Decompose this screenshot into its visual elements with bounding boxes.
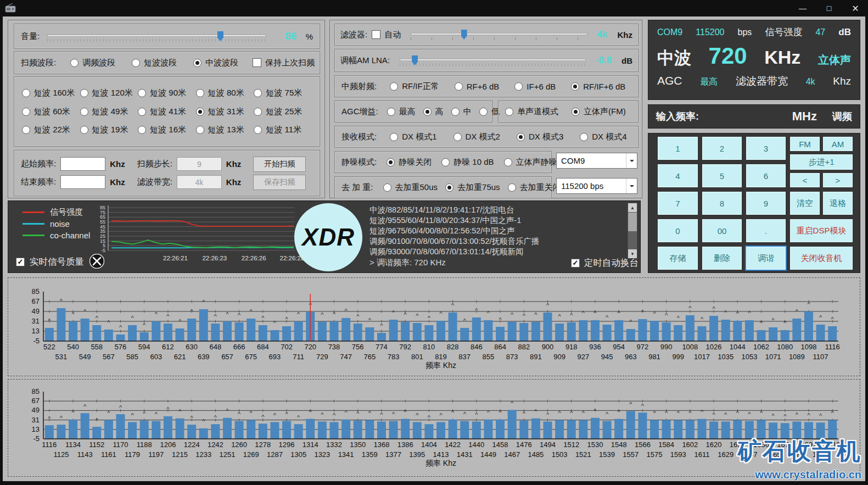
scan-band-option-1[interactable]: 调频波段: [70, 58, 115, 68]
svg-text:^: ^: [178, 318, 182, 325]
key-store[interactable]: 存储: [658, 247, 698, 270]
key-00[interactable]: 00: [702, 219, 742, 242]
station-list-scrollbar[interactable]: ▲ ▼: [628, 203, 637, 259]
station-list-item[interactable]: 短波/9555/60/4/11/8/0/20:34:37/中国之声-1: [369, 215, 540, 226]
if-rf-option-3[interactable]: IF+6 dB: [514, 81, 556, 92]
key-3[interactable]: 3: [746, 137, 786, 160]
key-backspace[interactable]: 退格: [823, 192, 853, 215]
sw-band-option-5[interactable]: 短波 75米: [254, 88, 312, 98]
save-scan-button[interactable]: 保存扫频: [253, 175, 306, 190]
scroll-up-icon[interactable]: ▲: [628, 203, 637, 212]
station-list-item[interactable]: 调频/93000/70/8/00/67/0/13:01:14/抚顺新闻: [369, 247, 540, 257]
key-tune[interactable]: 调谐: [746, 247, 786, 270]
agc-gain-option-2[interactable]: 高: [423, 107, 444, 117]
minimize-button[interactable]: —: [790, 0, 815, 16]
rx-mode-option-3[interactable]: DX 模式3: [517, 132, 563, 142]
scan-band-option-2[interactable]: 短波波段: [132, 58, 177, 68]
sw-band-option-15[interactable]: 短波 11米: [254, 125, 312, 135]
svg-text:^: ^: [677, 315, 680, 321]
key-am[interactable]: AM: [823, 137, 853, 151]
svg-text:837: 837: [458, 353, 471, 361]
maximize-button[interactable]: □: [816, 0, 842, 16]
agc-gain-option-4[interactable]: 低: [479, 107, 500, 117]
baud-rate-select[interactable]: 115200 bps: [556, 178, 637, 194]
key-9[interactable]: 9: [746, 192, 786, 215]
spectrum-chart-upper[interactable]: 8567493113-5^1116^1125^1134^1143^1152^11…: [8, 380, 860, 476]
deemphasis-option-2[interactable]: 去加重75us: [445, 182, 500, 193]
keep-last-scan-checkbox[interactable]: 保持上次扫频: [253, 58, 315, 68]
sw-band-option-2[interactable]: 短波 120米: [80, 88, 138, 98]
deemphasis-option-1[interactable]: 去加重50us: [383, 182, 438, 193]
agc-gain-option-3[interactable]: 中: [451, 107, 472, 117]
key-delete[interactable]: 删除: [702, 247, 742, 270]
sw-band-option-1[interactable]: 短波 160米: [22, 88, 80, 98]
station-list-item[interactable]: 调频/90100/70/8/00/67/0/13:00:52/抚顺音乐广播: [369, 236, 540, 247]
key-0[interactable]: 0: [658, 219, 698, 242]
key-4[interactable]: 4: [658, 164, 698, 187]
station-list-item[interactable]: 短波/9675/60/4/00/8/0/12:56:52/中国之声: [369, 226, 540, 236]
squelch-option-1[interactable]: 静噪关闭: [387, 157, 432, 168]
sw-band-option-4[interactable]: 短波 80米: [196, 88, 254, 98]
am-lna-slider[interactable]: [400, 54, 586, 66]
scan-band-option-3[interactable]: 中波波段: [193, 58, 238, 68]
if-rf-option-2[interactable]: RF+6 dB: [455, 81, 500, 92]
if-rf-option-4[interactable]: RF/IF+6 dB: [571, 81, 625, 92]
key-fm[interactable]: FM: [790, 137, 820, 151]
realtime-quality-checkbox[interactable]: ✓实时信号质量: [16, 256, 84, 268]
key-5[interactable]: 5: [702, 164, 742, 187]
sw-band-option-8[interactable]: 短波 41米: [138, 107, 196, 117]
audio-mode-option-1[interactable]: 单声道模式: [505, 107, 558, 117]
key-power-off[interactable]: 关闭收音机: [790, 247, 853, 270]
close-button[interactable]: ✕: [843, 0, 868, 16]
filter-slider[interactable]: [411, 29, 587, 41]
key-step-plus1[interactable]: 步进+1: [790, 154, 853, 170]
sw-band-option-7[interactable]: 短波 49米: [80, 107, 138, 117]
start-scan-button[interactable]: 开始扫频: [253, 157, 306, 172]
squelch-option-2[interactable]: 静噪 10 dB: [441, 157, 494, 168]
agc-gain-option-1[interactable]: 最高: [387, 107, 416, 117]
dropdown-arrow-icon[interactable]: [626, 179, 637, 193]
station-list-item[interactable]: 中波/882/85/14/11/8/2/19:41:17/沈阳电台: [369, 205, 540, 215]
key-dot[interactable]: .: [746, 219, 786, 242]
key-prev[interactable]: <: [790, 173, 820, 187]
legend-swatch-icon: [23, 223, 44, 225]
com-port-select[interactable]: COM9: [556, 153, 637, 169]
key-clear[interactable]: 清空: [790, 192, 820, 215]
sw-band-option-9[interactable]: 短波 31米: [196, 107, 254, 117]
rx-mode-option-4[interactable]: DX 模式4: [580, 132, 626, 142]
svg-text:^: ^: [606, 314, 609, 321]
key-restart-dsp[interactable]: 重启DSP模块: [790, 219, 853, 242]
filter-bw-input[interactable]: [177, 175, 222, 189]
spectrum-chart-lower[interactable]: 8567493113-5^522^531^540^549^558^567^576…: [8, 278, 860, 376]
if-rf-option-1[interactable]: RF/IF正常: [390, 81, 439, 92]
key-8[interactable]: 8: [702, 192, 742, 215]
scrollbar-thumb[interactable]: [628, 213, 637, 231]
key-next[interactable]: >: [823, 173, 853, 187]
sw-band-option-11[interactable]: 短波 22米: [22, 125, 80, 135]
station-list[interactable]: 中波/882/85/14/11/8/2/19:41:17/沈阳电台短波/9555…: [369, 205, 540, 257]
sw-band-option-10[interactable]: 短波 25米: [254, 107, 312, 117]
scan-step-input[interactable]: [177, 157, 222, 171]
key-6[interactable]: 6: [746, 164, 786, 187]
scroll-down-icon[interactable]: ▼: [628, 249, 637, 258]
auto-switch-checkbox[interactable]: ✓定时自动换台: [571, 257, 639, 269]
squelch-option-3[interactable]: 立体声静噪: [504, 157, 557, 168]
end-freq-input[interactable]: [60, 175, 105, 189]
key-7[interactable]: 7: [658, 192, 698, 215]
sw-band-option-13[interactable]: 短波 16米: [138, 125, 196, 135]
rx-mode-option-2[interactable]: DX 模式2: [453, 132, 500, 142]
filter-auto-checkbox[interactable]: 自动: [372, 30, 401, 40]
sw-band-option-3[interactable]: 短波 90米: [138, 88, 196, 98]
start-freq-input[interactable]: [60, 157, 105, 171]
sw-band-option-12[interactable]: 短波 19米: [80, 125, 138, 135]
volume-slider[interactable]: [47, 30, 266, 42]
key-1[interactable]: 1: [658, 137, 698, 160]
audio-mode-option-2[interactable]: 立体声(FM): [572, 107, 626, 117]
sw-band-option-14[interactable]: 短波 13米: [196, 125, 254, 135]
key-2[interactable]: 2: [702, 137, 742, 160]
rx-mode-option-1[interactable]: DX 模式1: [390, 132, 436, 142]
sw-band-option-6[interactable]: 短波 60米: [22, 107, 80, 117]
dropdown-arrow-icon[interactable]: [626, 153, 637, 168]
deemphasis-option-3[interactable]: 去加重关闭: [508, 182, 561, 193]
svg-text:^: ^: [71, 409, 75, 416]
